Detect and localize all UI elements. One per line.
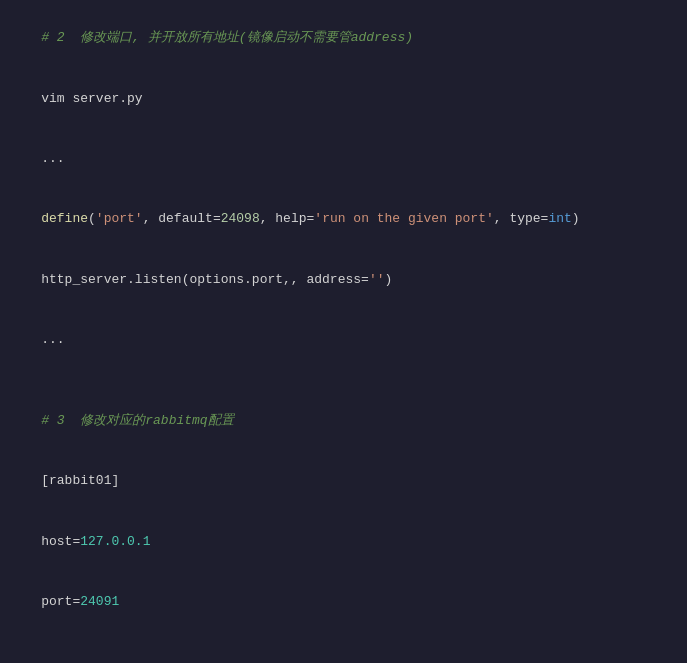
line-7-empty (10, 371, 677, 391)
line-9: [rabbit01] (10, 451, 677, 511)
line-5: http_server.listen(options.port,, addres… (10, 250, 677, 310)
line-3: ... (10, 129, 677, 189)
line-12: ... (10, 632, 677, 663)
line-6: ... (10, 310, 677, 370)
line-2: vim server.py (10, 68, 677, 128)
line-1: # 2 修改端口, 并开放所有地址(镜像启动不需要管address) (10, 8, 677, 68)
line-4: define('port', default=24098, help='run … (10, 189, 677, 249)
line-8: # 3 修改对应的rabbitmq配置 (10, 391, 677, 451)
code-container: # 2 修改端口, 并开放所有地址(镜像启动不需要管address) vim s… (0, 0, 687, 663)
line-11: port=24091 (10, 572, 677, 632)
line-10: host=127.0.0.1 (10, 512, 677, 572)
